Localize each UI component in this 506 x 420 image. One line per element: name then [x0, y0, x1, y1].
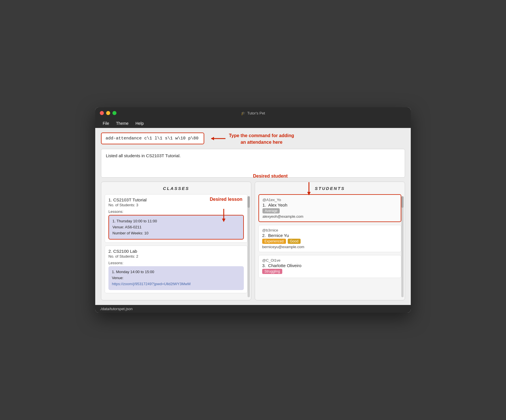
classes-scrollbar-thumb[interactable] — [248, 196, 250, 208]
hint-line1: Type the command for adding — [229, 133, 294, 138]
student-handle-2: @b3rnice — [262, 228, 398, 232]
menu-bar: File Theme Help — [95, 119, 411, 128]
class-students-1: No. of Students: 3 — [108, 203, 244, 207]
tag-good: Good — [288, 239, 301, 244]
menu-theme[interactable]: Theme — [113, 120, 132, 127]
app-window: 🎓 Tutor's Pet File Theme Help Type the c… — [95, 107, 411, 313]
lesson-line2-1-1: Venue: AS6-0211 — [112, 224, 240, 230]
title-bar: 🎓 Tutor's Pet — [95, 107, 411, 119]
lesson-line2-2-1: Venue: — [112, 275, 240, 281]
lesson-line3-1-1: Number of Weeks: 10 — [112, 230, 240, 236]
class-card-1: 1. CS2103T Tutorial No. of Students: 3 L… — [105, 194, 248, 243]
tag-average: Average — [262, 208, 280, 213]
tag-experienced: Experienced — [262, 239, 286, 244]
status-bar: ./data/tutorspet.json — [95, 305, 411, 313]
class-name-1: 1. CS2103T Tutorial — [108, 197, 244, 202]
class-name-text-1: CS2103T Tutorial — [113, 197, 147, 202]
lesson-line1-1-1: 1. Thursday 10:00 to 11:00 — [112, 218, 240, 224]
maximize-button[interactable] — [112, 111, 116, 115]
output-box: Listed all students in CS2103T Tutorial. — [101, 149, 405, 178]
command-row: Type the command for adding an attendanc… — [101, 133, 405, 145]
student-handle-3: @C_Ol1ve — [262, 258, 398, 262]
lesson-item-2-1: 1. Monday 14:00 to 15:00 Venue: https://… — [108, 266, 244, 290]
tag-struggling: Struggling — [262, 269, 282, 274]
student-email-2: berniceyu@example.com — [262, 245, 398, 249]
student-tags-2: Experienced Good — [262, 239, 398, 244]
title-text: Tutor's Pet — [247, 111, 265, 115]
class-number-1: 1. — [108, 197, 112, 202]
students-scrollbar-thumb[interactable] — [401, 196, 404, 208]
svg-marker-1 — [211, 137, 214, 140]
menu-help[interactable]: Help — [133, 120, 147, 127]
student-card-3: @C_Ol1ve 3. Charlotte Oliveiro Strugglin… — [258, 255, 401, 278]
students-scrollbar[interactable] — [401, 196, 404, 297]
students-panel-title: STUDENTS — [258, 186, 401, 191]
student-handle-1: @A1ex_Yo — [262, 198, 397, 202]
panels-container: Desired student CLASSES Desired lesson — [101, 182, 405, 300]
lesson-item-1-1: 1. Thursday 10:00 to 11:00 Venue: AS6-02… — [108, 215, 244, 240]
classes-panel-title: CLASSES — [105, 186, 248, 191]
menu-file[interactable]: File — [100, 120, 112, 127]
classes-panel: CLASSES Desired lesson 1. — [101, 182, 251, 300]
minimize-button[interactable] — [106, 111, 110, 115]
student-name-3: 3. Charlotte Oliveiro — [262, 263, 398, 268]
window-controls — [100, 111, 116, 115]
student-card-2: @b3rnice 2. Bernice Yu Experienced Good … — [258, 225, 401, 252]
panels-row: CLASSES Desired lesson 1. — [101, 182, 405, 300]
status-text: ./data/tutorspet.json — [100, 307, 133, 311]
window-title: 🎓 Tutor's Pet — [241, 111, 265, 115]
student-tags-3: Struggling — [262, 269, 398, 274]
students-panel: STUDENTS @A1ex_Yo 1. Alex Yeoh Average a… — [255, 182, 405, 300]
class-name-2: 2. CS2100 Lab — [108, 249, 244, 254]
classes-scrollbar[interactable] — [248, 196, 250, 297]
lessons-label-2: Lessons: — [108, 261, 244, 265]
class-card-2: 2. CS2100 Lab No. of Students: 2 Lessons… — [105, 246, 248, 293]
lesson-line1-2-1: 1. Monday 14:00 to 15:00 — [112, 269, 240, 275]
student-tags-1: Average — [262, 208, 397, 213]
close-button[interactable] — [100, 111, 104, 115]
student-card-1: @A1ex_Yo 1. Alex Yeoh Average alexyeoh@e… — [258, 194, 401, 222]
arrow-icon — [209, 134, 226, 143]
hint-line2: an attendance here — [241, 140, 283, 145]
command-input[interactable] — [101, 133, 204, 144]
command-hint: Type the command for adding an attendanc… — [209, 133, 294, 145]
class-name-text-2: CS2100 Lab — [113, 249, 137, 254]
student-name-1: 1. Alex Yeoh — [262, 203, 397, 207]
command-input-wrapper — [101, 133, 204, 144]
class-number-2: 2. — [108, 249, 112, 254]
class-students-2: No. of Students: 2 — [108, 254, 244, 258]
content-area: Type the command for adding an attendanc… — [95, 128, 411, 305]
lesson-line3-2-1: https://zoom/j/95317249?)pwd=Ulld2tWY3Mw… — [112, 281, 240, 287]
output-text: Listed all students in CS2103T Tutorial. — [106, 153, 181, 158]
student-email-1: alexyeoh@example.com — [262, 214, 397, 219]
lessons-label-1: Lessons: — [108, 209, 244, 214]
hint-text: Type the command for adding an attendanc… — [229, 133, 294, 145]
title-icon: 🎓 — [241, 111, 246, 115]
student-name-2: 2. Bernice Yu — [262, 233, 398, 238]
